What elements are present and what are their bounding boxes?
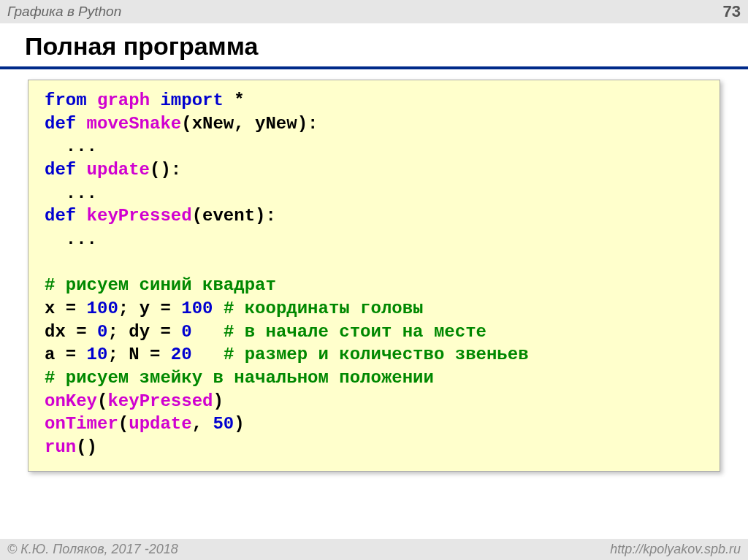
slide-header: Графика в Python 73: [0, 0, 748, 23]
header-title: Графика в Python: [7, 4, 121, 20]
slide-title: Полная программа: [0, 23, 748, 69]
page-number: 73: [723, 2, 741, 21]
footer-copyright: © К.Ю. Поляков, 2017 -2018: [7, 542, 178, 557]
code-block: from graph import * def moveSnake(xNew, …: [28, 80, 720, 472]
slide-footer: © К.Ю. Поляков, 2017 -2018 http://kpolya…: [0, 539, 748, 560]
footer-url: http://kpolyakov.spb.ru: [610, 542, 741, 557]
